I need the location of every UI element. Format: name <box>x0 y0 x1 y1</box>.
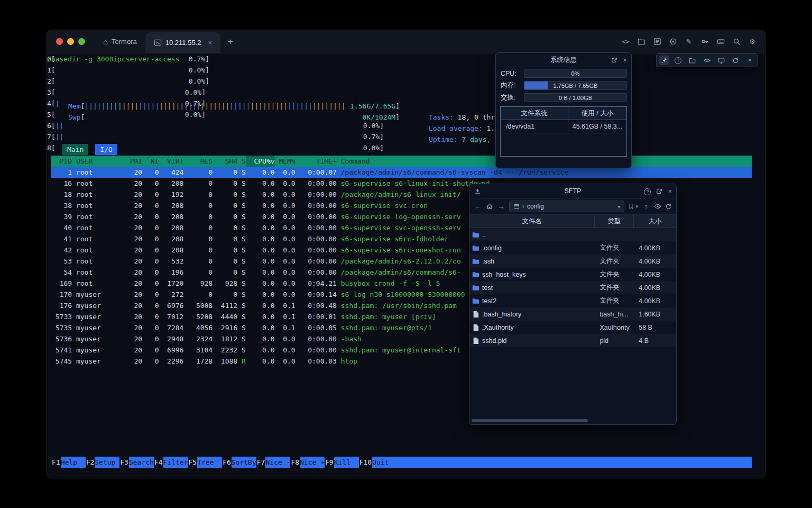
scrollbar-thumb[interactable] <box>472 419 588 422</box>
file-name: sshd.pid <box>482 337 594 344</box>
file-name: .Xauthority <box>482 324 594 331</box>
panel-title: 系统信息 <box>550 56 577 65</box>
column-size[interactable]: 大小 <box>634 215 676 228</box>
pin-icon[interactable] <box>659 56 669 65</box>
fkey-F7[interactable]: F7 <box>256 457 266 468</box>
cpu-meter-3: 3[0.0%] <box>47 87 206 98</box>
log-icon[interactable] <box>653 38 661 46</box>
file-row-..[interactable]: .. <box>469 228 676 241</box>
close-icon[interactable]: × <box>668 187 672 195</box>
horizontal-scrollbar[interactable] <box>470 418 675 423</box>
sftp-titlebar: SFTP ? × <box>469 184 676 198</box>
fkey-label[interactable]: SortBy <box>232 457 256 468</box>
key-icon[interactable] <box>700 38 709 46</box>
new-tab-button[interactable]: + <box>220 37 241 47</box>
help-icon[interactable]: ? <box>644 187 651 195</box>
fkey-label[interactable]: Help <box>61 457 86 468</box>
fkey-label[interactable]: Setup <box>95 457 119 468</box>
file-row-sshd.pid[interactable]: sshd.pidpid4 B <box>469 334 676 347</box>
sftp-toolbar: ← → › config ▾ ▾ ↑ <box>469 198 676 214</box>
breadcrumb-separator: › <box>522 203 524 210</box>
bookmarks-button[interactable]: ▾ <box>628 203 638 210</box>
display-icon[interactable] <box>716 56 726 65</box>
file-type: pid <box>594 337 634 344</box>
fkey-label[interactable]: Tree <box>197 457 222 468</box>
file-row-.ssh[interactable]: .ssh文件夹4.00KB <box>469 255 676 268</box>
folder-icon[interactable] <box>688 56 697 65</box>
path-breadcrumb[interactable]: › config ▾ <box>509 201 624 212</box>
file-icon <box>469 324 482 331</box>
terminal-icon <box>154 39 162 47</box>
info-icon[interactable]: i <box>673 56 683 65</box>
fkey-F2[interactable]: F2 <box>86 457 95 468</box>
folder-icon <box>469 284 482 292</box>
file-row-test2[interactable]: test2文件夹4.00KB <box>469 294 676 307</box>
record-icon[interactable] <box>669 38 677 46</box>
file-row-.Xauthority[interactable]: .XauthorityXauthority58 B <box>469 321 676 334</box>
fkey-label[interactable]: Search <box>129 457 154 468</box>
file-row-.bash_history[interactable]: .bash_historybash_hi...1.60KB <box>469 307 676 321</box>
fs-column-header[interactable]: 使用 / 大小 <box>568 107 626 120</box>
fkey-label[interactable]: Nice - <box>265 457 290 468</box>
transfers-icon[interactable] <box>474 184 481 198</box>
htop-screen-tabs: Main I/O <box>62 144 117 155</box>
edit-icon[interactable]: ✎ <box>685 38 693 46</box>
close-window-button[interactable] <box>56 38 63 45</box>
refresh-icon[interactable] <box>665 203 672 210</box>
file-size: 4.00KB <box>634 258 676 265</box>
settings-icon[interactable]: ⚙ <box>748 38 756 46</box>
code-icon[interactable]: <> <box>621 38 630 46</box>
fkey-F1[interactable]: F1 <box>51 457 61 468</box>
open-in-window-icon[interactable] <box>656 188 662 195</box>
fkey-label[interactable]: Nice + <box>300 457 325 468</box>
forward-icon[interactable]: → <box>497 202 505 211</box>
fkey-F4[interactable]: F4 <box>154 457 163 468</box>
fkey-F10[interactable]: F10 <box>359 457 372 468</box>
function-key-bar: F1Help F2Setup F3SearchF4FilterF5Tree F6… <box>51 457 752 468</box>
home-icon[interactable] <box>486 203 493 210</box>
fkey-label[interactable]: Quit <box>372 457 397 468</box>
back-icon[interactable]: ← <box>474 202 482 211</box>
htop-tab-main[interactable]: Main <box>62 144 88 155</box>
tab-termora[interactable]: ⌂ Termora <box>95 30 145 53</box>
zoom-window-button[interactable] <box>78 38 85 45</box>
minimize-window-button[interactable] <box>67 38 74 45</box>
open-in-window-icon[interactable] <box>611 57 617 64</box>
file-type: 文件夹 <box>594 257 634 266</box>
file-row-test[interactable]: test文件夹4.00KB <box>469 281 676 294</box>
command-overflow-fragment: ipcserver-access <box>113 55 179 63</box>
fkey-F6[interactable]: F6 <box>222 457 232 468</box>
file-row-.config[interactable]: .config文件夹4.00KB <box>469 241 676 255</box>
process-table-header[interactable]: PID USER PRI NI VIRT RES SHR S CPU%▽ MEM… <box>51 156 752 167</box>
sync-icon[interactable] <box>731 56 740 65</box>
file-name: ssh_host_keys <box>482 271 594 278</box>
code-icon[interactable]: <> <box>702 56 712 65</box>
fkey-F9[interactable]: F9 <box>325 457 334 468</box>
folder-icon[interactable] <box>637 38 645 46</box>
file-size: 4.00KB <box>634 271 676 278</box>
column-filename[interactable]: 文件名 <box>469 215 594 228</box>
file-icon <box>469 311 482 318</box>
fkey-label[interactable]: Kill <box>334 457 359 468</box>
home-icon: ⌂ <box>103 38 108 46</box>
close-tab-icon[interactable]: × <box>208 39 212 47</box>
fs-column-header[interactable]: 文件系统 <box>501 107 568 120</box>
keyboard-icon[interactable] <box>716 38 725 46</box>
tab-session-10-211-55-2[interactable]: 10.211.55.2 × <box>145 32 220 53</box>
fkey-F3[interactable]: F3 <box>119 457 129 468</box>
chevron-down-icon[interactable]: ▾ <box>617 204 620 210</box>
filesystem-row[interactable]: /dev/vda1 45.61GB / 58.3... <box>501 120 626 133</box>
fkey-F5[interactable]: F5 <box>188 457 198 468</box>
fkey-F8[interactable]: F8 <box>290 457 300 468</box>
process-row-1[interactable]: 1root20042400S0.00.00:00.07/package/admi… <box>51 167 752 178</box>
column-type[interactable]: 类型 <box>594 215 634 228</box>
upload-icon[interactable]: ↑ <box>642 202 650 211</box>
file-size: 4.00KB <box>634 244 676 252</box>
close-icon[interactable]: × <box>745 56 754 65</box>
show-hidden-icon[interactable] <box>654 203 661 210</box>
search-icon[interactable] <box>732 38 741 46</box>
close-icon[interactable]: × <box>623 56 627 64</box>
fkey-label[interactable]: Filter <box>163 457 188 468</box>
file-row-ssh_host_keys[interactable]: ssh_host_keys文件夹4.00KB <box>469 268 676 281</box>
htop-tab-io[interactable]: I/O <box>95 144 117 155</box>
